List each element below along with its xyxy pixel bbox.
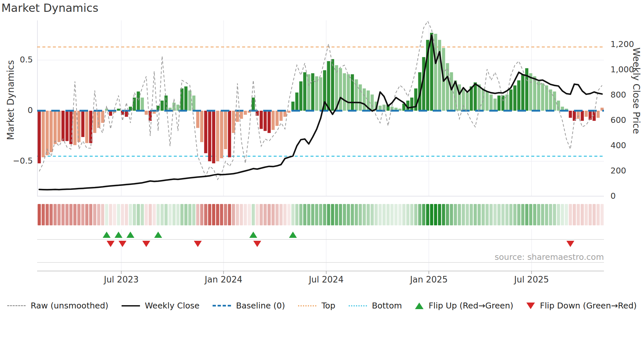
- flip-down-marker: [107, 241, 115, 247]
- flip-down-marker: [253, 241, 261, 247]
- legend-label: Flip Up (Red→Green): [428, 301, 513, 310]
- left-tick-label: 0.5: [3, 55, 33, 64]
- x-tick-label: Jan 2025: [402, 275, 455, 284]
- right-tick-label: 600: [610, 115, 626, 125]
- right-tick-label: 0: [610, 191, 616, 201]
- x-tick-label: Jan 2024: [197, 275, 250, 284]
- flip-down-marker: [119, 241, 126, 247]
- legend-swatch-5: [415, 303, 424, 309]
- x-tick-label: Jul 2024: [300, 275, 353, 284]
- right-tick-label: 200: [610, 166, 626, 175]
- legend-swatch-0: [7, 305, 26, 306]
- chart-legend: Raw (unsmoothed)Weekly CloseBaseline (0)…: [0, 301, 644, 310]
- left-tick-label: −0.5: [3, 156, 33, 166]
- legend-label: Weekly Close: [145, 301, 199, 310]
- heatmap-strip: [37, 204, 604, 226]
- figure-title: Market Dynamics: [1, 1, 98, 14]
- legend-label: Flip Down (Green→Red): [540, 301, 637, 310]
- main-chart-plot: [37, 20, 604, 196]
- flip-down-marker: [566, 241, 574, 247]
- legend-item: Weekly Close: [122, 301, 199, 310]
- left-tick-label: 0: [3, 105, 33, 115]
- right-tick-label: 400: [610, 141, 626, 150]
- flip-up-marker: [126, 232, 134, 238]
- legend-swatch-3: [298, 305, 316, 306]
- legend-swatch-2: [213, 305, 231, 306]
- right-tick-label: 1,000: [610, 65, 634, 74]
- flip-up-marker: [154, 232, 162, 238]
- legend-item: Bottom: [349, 301, 402, 310]
- legend-item: Raw (unsmoothed): [7, 301, 108, 310]
- flip-down-marker: [142, 241, 150, 247]
- market-dynamics-figure: Market Dynamics Market Dynamics Weekly C…: [0, 0, 644, 362]
- legend-swatch-6: [526, 303, 535, 309]
- legend-item: Top: [298, 301, 335, 310]
- flip-up-marker: [103, 232, 111, 238]
- left-axis-title: Market Dynamics: [5, 57, 16, 143]
- legend-label: Raw (unsmoothed): [31, 301, 108, 310]
- right-tick-label: 800: [610, 90, 626, 100]
- legend-item: Baseline (0): [213, 301, 285, 310]
- flip-down-marker: [194, 241, 202, 247]
- right-tick-label: 1,200: [610, 39, 634, 49]
- x-tick-label: Jul 2025: [505, 275, 558, 284]
- legend-label: Top: [321, 301, 335, 310]
- legend-item: Flip Up (Red→Green): [415, 301, 513, 310]
- flip-up-marker: [289, 232, 297, 238]
- x-tick-label: Jul 2023: [95, 275, 148, 284]
- legend-swatch-1: [122, 305, 140, 306]
- right-axis-title: Weekly Close Price: [631, 48, 642, 133]
- source-credit: source: sharemaestro.com: [361, 252, 604, 262]
- legend-label: Baseline (0): [236, 301, 285, 310]
- legend-swatch-4: [349, 305, 367, 306]
- legend-item: Flip Down (Green→Red): [526, 301, 637, 310]
- flip-up-marker: [249, 232, 257, 238]
- legend-label: Bottom: [372, 301, 402, 310]
